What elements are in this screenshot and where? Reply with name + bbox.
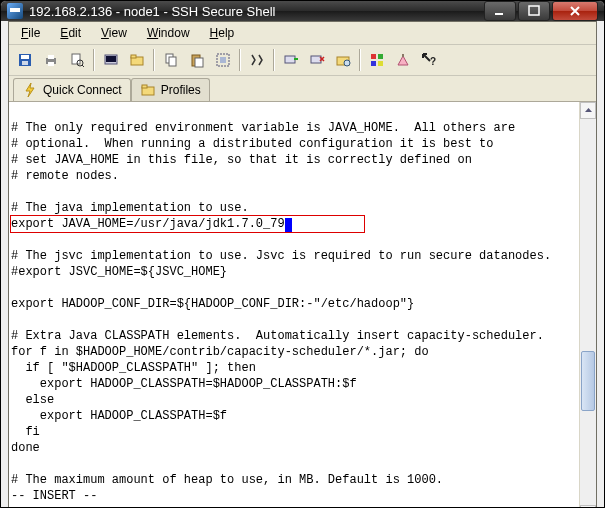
term-line: for f in $HADOOP_HOME/contrib/capacity-s…: [11, 345, 429, 359]
toolbar-separator: [153, 49, 155, 71]
window-title: 192.168.2.136 - node1 - SSH Secure Shell: [29, 4, 484, 19]
svg-rect-17: [195, 58, 203, 67]
folder-icon: [140, 82, 156, 98]
term-line: # optional. When running a distributed c…: [11, 137, 493, 151]
tab-profiles[interactable]: Profiles: [131, 78, 210, 101]
svg-rect-13: [131, 55, 136, 58]
profiles-toolbar-button[interactable]: [331, 48, 355, 72]
toolbar-separator: [93, 49, 95, 71]
scroll-up-button[interactable]: [580, 102, 596, 119]
highlighted-line: export JAVA_HOME=/usr/java/jdk1.7.0_79: [11, 216, 364, 232]
term-line: done: [11, 441, 40, 455]
svg-rect-31: [142, 85, 147, 88]
toolbar-separator: [273, 49, 275, 71]
vertical-scrollbar[interactable]: [579, 102, 596, 508]
menubar: File Edit View Window Help: [9, 22, 596, 45]
term-line: if [ "$HADOOP_CLASSPATH" ]; then: [11, 361, 256, 375]
term-line: # The only required environment variable…: [11, 121, 515, 135]
minimize-button[interactable]: [484, 1, 516, 21]
term-line: # set JAVA_HOME in this file, so that it…: [11, 153, 472, 167]
menu-view[interactable]: View: [93, 24, 135, 42]
new-terminal-button[interactable]: [99, 48, 123, 72]
svg-rect-26: [371, 61, 376, 66]
term-line: export HADOOP_CLASSPATH=$f: [11, 409, 227, 423]
term-line: # The jsvc implementation to use. Jsvc i…: [11, 249, 551, 263]
svg-rect-8: [72, 54, 80, 64]
disconnect-button[interactable]: [305, 48, 329, 72]
svg-rect-0: [495, 13, 503, 15]
maximize-button[interactable]: [518, 1, 550, 21]
term-line: #export JSVC_HOME=${JSVC_HOME}: [11, 265, 227, 279]
svg-rect-1: [529, 6, 539, 15]
svg-point-23: [344, 60, 350, 66]
term-mode: -- INSERT --: [11, 489, 97, 503]
menu-help[interactable]: Help: [202, 24, 243, 42]
print-button[interactable]: [39, 48, 63, 72]
svg-rect-11: [106, 56, 116, 62]
svg-rect-19: [220, 57, 226, 63]
scroll-thumb[interactable]: [581, 351, 595, 411]
connect-button[interactable]: [279, 48, 303, 72]
term-line: fi: [11, 425, 40, 439]
svg-rect-28: [402, 54, 404, 57]
find-button[interactable]: [245, 48, 269, 72]
term-line: # The java implementation to use.: [11, 201, 249, 215]
window-titlebar[interactable]: 192.168.2.136 - node1 - SSH Secure Shell: [1, 1, 604, 21]
toolbar-separator: [239, 49, 241, 71]
toolbar: ?: [9, 45, 596, 76]
svg-rect-15: [169, 57, 176, 66]
svg-rect-24: [371, 54, 376, 59]
terminal[interactable]: # The only required environment variable…: [9, 102, 579, 508]
svg-rect-25: [378, 54, 383, 59]
tab-label: Profiles: [161, 83, 201, 97]
print-preview-button[interactable]: [65, 48, 89, 72]
contexthelp-button[interactable]: ?: [417, 48, 441, 72]
scroll-track[interactable]: [580, 119, 596, 505]
svg-rect-4: [22, 61, 28, 65]
new-filetransfer-button[interactable]: [125, 48, 149, 72]
toolbar-separator: [359, 49, 361, 71]
term-line: export HADOOP_CONF_DIR=${HADOOP_CONF_DIR…: [11, 297, 414, 311]
tab-label: Quick Connect: [43, 83, 122, 97]
term-line: export HADOOP_CLASSPATH=$HADOOP_CLASSPAT…: [11, 377, 357, 391]
colors-button[interactable]: [365, 48, 389, 72]
save-button[interactable]: [13, 48, 37, 72]
close-button[interactable]: [552, 1, 598, 21]
term-line: # remote nodes.: [11, 169, 119, 183]
term-line: else: [11, 393, 54, 407]
copy-button[interactable]: [159, 48, 183, 72]
svg-rect-7: [48, 62, 54, 66]
svg-rect-27: [378, 61, 383, 66]
svg-rect-21: [311, 56, 321, 63]
tab-quick-connect[interactable]: Quick Connect: [13, 78, 131, 101]
log-button[interactable]: [391, 48, 415, 72]
paste-button[interactable]: [185, 48, 209, 72]
lightning-icon: [22, 82, 38, 98]
select-all-button[interactable]: [211, 48, 235, 72]
menu-file[interactable]: File: [13, 24, 48, 42]
svg-rect-20: [285, 56, 295, 63]
svg-rect-6: [48, 55, 54, 59]
tabs-bar: Quick Connect Profiles: [9, 76, 596, 102]
svg-text:?: ?: [430, 56, 436, 67]
term-line: # Extra Java CLASSPATH elements. Automat…: [11, 329, 544, 343]
svg-rect-3: [21, 55, 29, 59]
app-icon: [7, 3, 23, 19]
cursor: [285, 218, 292, 232]
term-line: # The maximum amount of heap to use, in …: [11, 473, 443, 487]
menu-edit[interactable]: Edit: [52, 24, 89, 42]
menu-window[interactable]: Window: [139, 24, 198, 42]
